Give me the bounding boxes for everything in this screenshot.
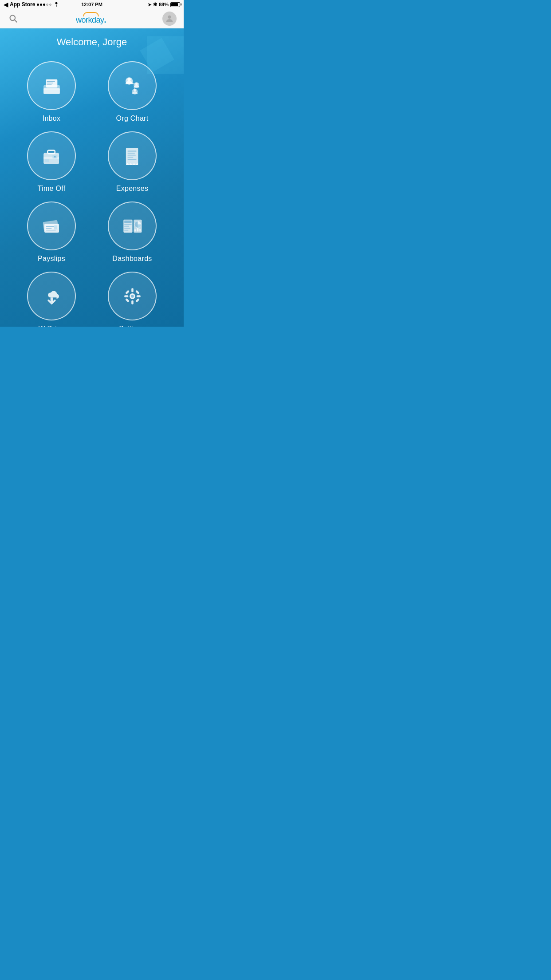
svg-rect-41 (124, 228, 130, 229)
svg-rect-58 (135, 298, 140, 302)
svg-rect-52 (131, 300, 134, 304)
signal-dot-4 (46, 4, 48, 6)
welcome-text: Welcome, Jorge (57, 36, 127, 47)
svg-rect-28 (127, 154, 135, 155)
profile-button[interactable] (162, 12, 177, 26)
signal-dot-3 (43, 4, 45, 6)
svg-rect-36 (54, 225, 57, 229)
settings-icon (120, 284, 145, 308)
svg-line-2 (15, 20, 17, 22)
svg-rect-56 (135, 290, 140, 294)
nav-bar: workday. (0, 9, 184, 28)
logo-text: workday. (76, 16, 106, 25)
expenses-icon (120, 144, 145, 168)
svg-point-12 (127, 78, 130, 81)
svg-rect-38 (124, 220, 132, 223)
search-button[interactable] (7, 12, 20, 25)
status-left: ◀ App Store (4, 1, 59, 8)
signal-dots (37, 4, 51, 6)
battery-icon (170, 2, 180, 7)
svg-rect-25 (126, 148, 138, 165)
dashboards-icon-circle (108, 202, 157, 250)
payslips-icon (39, 214, 64, 238)
svg-line-18 (134, 87, 135, 89)
status-bar: ◀ App Store 12:07 PM ➤ ✱ 88% (0, 0, 184, 9)
svg-point-14 (135, 83, 138, 85)
svg-rect-53 (124, 295, 128, 297)
svg-point-16 (134, 89, 136, 91)
inbox-icon-circle (27, 61, 76, 110)
menu-item-settings[interactable]: Settings (98, 272, 166, 327)
svg-rect-42 (124, 229, 128, 231)
svg-rect-45 (134, 229, 136, 231)
svg-rect-40 (124, 225, 129, 227)
svg-rect-26 (127, 150, 136, 151)
svg-point-23 (54, 156, 56, 158)
svg-point-50 (131, 295, 134, 297)
menu-item-wdrive[interactable]: W:Drive (18, 272, 85, 327)
svg-rect-33 (46, 226, 54, 227)
payslips-icon-circle (27, 202, 76, 250)
main-content: Welcome, Jorge Inbox (0, 28, 184, 327)
settings-icon-circle (108, 272, 157, 320)
svg-point-1 (10, 15, 16, 20)
svg-rect-27 (127, 153, 135, 154)
status-time: 12:07 PM (81, 2, 102, 7)
back-chevron-icon[interactable]: ◀ (4, 1, 8, 8)
carrier-label: App Store (10, 1, 35, 8)
status-right: ➤ ✱ 88% (148, 2, 180, 8)
wdrive-label: W:Drive (39, 325, 65, 327)
menu-item-time-off[interactable]: Time Off (18, 131, 85, 193)
svg-point-0 (56, 5, 57, 6)
battery-fill (171, 3, 178, 6)
svg-rect-35 (46, 229, 55, 230)
svg-rect-30 (127, 158, 136, 159)
expenses-label: Expenses (116, 185, 149, 193)
svg-rect-47 (139, 229, 141, 231)
battery-percent: 88% (159, 2, 169, 7)
svg-rect-8 (47, 83, 53, 83)
expenses-icon-circle (108, 131, 157, 180)
menu-item-inbox[interactable]: Inbox (18, 61, 85, 122)
svg-point-3 (168, 15, 171, 18)
signal-dot-5 (49, 4, 51, 6)
menu-item-dashboards[interactable]: Dashboards (98, 202, 166, 263)
payslips-label: Payslips (38, 255, 65, 263)
svg-rect-46 (137, 228, 138, 231)
bluetooth-icon: ✱ (153, 2, 157, 8)
menu-grid: Inbox (0, 52, 184, 327)
svg-rect-39 (124, 224, 132, 225)
wifi-icon (53, 2, 59, 8)
org-chart-icon (120, 74, 145, 98)
wdrive-icon (39, 284, 64, 308)
svg-rect-51 (131, 288, 134, 292)
svg-rect-10 (43, 88, 60, 90)
svg-rect-55 (125, 290, 130, 294)
svg-rect-7 (47, 81, 55, 82)
time-off-icon (39, 144, 64, 168)
dashboards-label: Dashboards (112, 255, 152, 263)
svg-rect-29 (127, 157, 133, 158)
location-icon: ➤ (148, 2, 151, 7)
svg-rect-34 (46, 228, 51, 229)
inbox-label: Inbox (43, 115, 61, 122)
settings-label: Settings (119, 325, 146, 327)
inbox-icon (39, 74, 64, 98)
wdrive-icon-circle (27, 272, 76, 320)
svg-rect-54 (136, 295, 140, 297)
svg-rect-24 (44, 159, 48, 162)
dashboards-icon (120, 214, 145, 238)
time-off-label: Time Off (38, 185, 66, 193)
time-off-icon-circle (27, 131, 76, 180)
menu-item-payslips[interactable]: Payslips (18, 202, 85, 263)
signal-dot-1 (37, 4, 39, 6)
menu-item-expenses[interactable]: Expenses (98, 131, 166, 193)
svg-rect-20 (47, 150, 55, 153)
svg-rect-9 (47, 84, 51, 85)
org-chart-label: Org Chart (116, 115, 149, 122)
svg-rect-57 (125, 298, 130, 302)
workday-logo: workday. (76, 12, 106, 25)
signal-dot-2 (40, 4, 42, 6)
